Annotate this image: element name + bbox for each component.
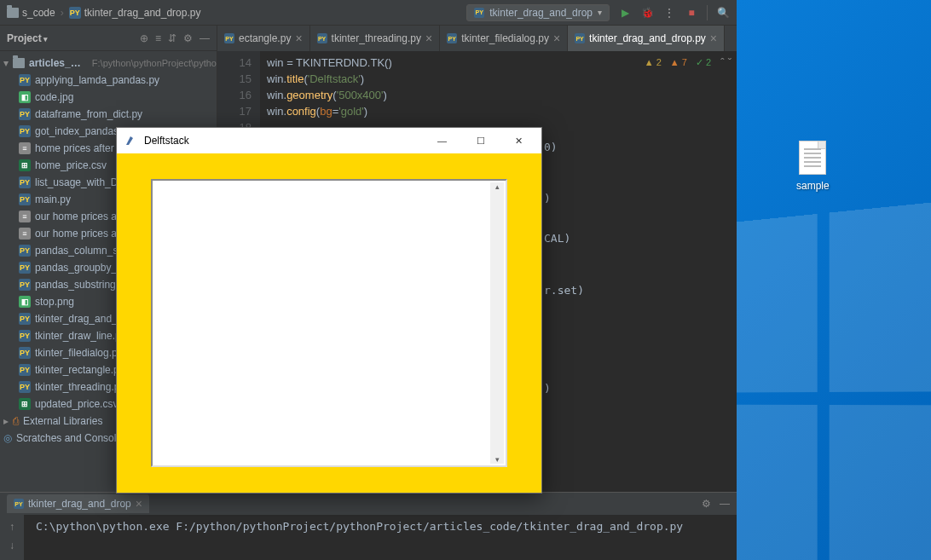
file-label: home_price.csv <box>35 159 107 171</box>
expand-icon[interactable]: ≡ <box>155 32 161 44</box>
search-button[interactable]: 🔍 <box>716 6 730 20</box>
tree-root[interactable]: ▾ articles_code F:\python\pythonProject\… <box>0 55 217 72</box>
file-label: code.jpg <box>35 91 73 103</box>
py-file-icon: PY <box>19 364 31 376</box>
code-fragment: CAL) <box>544 232 570 245</box>
hide-icon[interactable]: — <box>200 32 210 44</box>
hide-icon[interactable]: — <box>720 498 730 510</box>
python-file-icon: PY <box>14 499 24 509</box>
python-file-icon: PY <box>474 8 484 18</box>
py-file-icon: PY <box>19 125 31 137</box>
stop-button[interactable]: ■ <box>685 6 698 20</box>
close-icon[interactable]: × <box>295 32 302 45</box>
editor-tabs: PYectangle.py×PYtkinter_threading.py×PYt… <box>217 26 737 51</box>
scrollbar[interactable] <box>490 182 504 464</box>
txt-file-icon: ≡ <box>19 211 31 222</box>
editor-tab[interactable]: PYtkinter_drag_and_drop.py× <box>568 26 725 51</box>
python-file-icon: PY <box>447 33 457 43</box>
library-icon: ⎙ <box>13 415 19 427</box>
file-label: main.py <box>35 193 71 205</box>
nav-arrows[interactable]: ˆˇ <box>720 55 732 71</box>
py-file-icon: PY <box>19 193 31 205</box>
tkinter-titlebar[interactable]: Delftstack — ☐ ✕ <box>117 128 541 153</box>
locate-icon[interactable]: ⊕ <box>140 32 148 44</box>
file-label: dataframe_from_dict.py <box>35 108 142 120</box>
ide-toolbar: s_code › PYtkinter_drag_and_drop.py PYtk… <box>0 0 737 26</box>
run-panel-header: PY tkinter_drag_and_drop × ⚙ — <box>0 493 737 515</box>
close-icon[interactable]: × <box>553 32 560 45</box>
tree-file[interactable]: PYdataframe_from_dict.py <box>0 106 217 123</box>
tab-label: tkinter_threading.py <box>332 32 421 44</box>
file-label: tkinter_drag_and_dr <box>35 313 126 325</box>
errors-badge[interactable]: ▲ 7 <box>670 55 687 71</box>
close-button[interactable]: ✕ <box>500 128 538 153</box>
tree-file[interactable]: PYapplying_lamda_pandas.py <box>0 72 217 89</box>
tkinter-title: Delftstack <box>144 135 423 147</box>
code-line[interactable]: win.geometry('500x400') <box>267 87 730 103</box>
feather-icon <box>124 134 137 147</box>
file-label: tkinter_filedialog.py <box>35 347 123 359</box>
code-fragment: ) <box>544 192 551 205</box>
tkinter-text-widget[interactable] <box>151 179 507 467</box>
editor-tab[interactable]: PYectangle.py× <box>217 26 310 51</box>
settings-icon[interactable]: ⚙ <box>183 32 193 44</box>
desktop-file-sample[interactable]: sample <box>796 141 830 192</box>
tab-label: tkinter_filedialog.py <box>461 32 549 44</box>
minimize-button[interactable]: — <box>423 128 461 153</box>
document-icon <box>799 141 826 175</box>
run-output[interactable]: C:\python\python.exe F:/python/pythonPro… <box>24 515 737 538</box>
maximize-button[interactable]: ☐ <box>461 128 500 153</box>
run-panel-tools: ⚙ — <box>702 498 730 510</box>
code-annotations[interactable]: ▲ 2 ▲ 7 ✓ 2 <box>645 55 711 71</box>
down-arrow-icon[interactable]: ↓ <box>9 540 14 551</box>
py-file-icon: PY <box>19 262 31 274</box>
python-file-icon: PY <box>69 7 81 19</box>
tree-file[interactable]: ◧code.jpg <box>0 89 217 106</box>
file-label: home prices after 1 <box>35 142 123 154</box>
folder-icon <box>13 58 25 68</box>
csv-file-icon: ⊞ <box>19 159 31 171</box>
code-line[interactable]: win.title('Delftstack') <box>267 71 730 87</box>
tab-label: ectangle.py <box>239 32 291 44</box>
editor-tab[interactable]: PYtkinter_filedialog.py× <box>440 26 568 51</box>
file-label: tkinter_draw_line.py <box>35 330 126 342</box>
run-panel: PY tkinter_drag_and_drop × ⚙ — ↑ ↓ C:\py… <box>0 492 737 560</box>
code-line[interactable]: win.config(bg='gold') <box>267 103 730 119</box>
window-buttons: — ☐ ✕ <box>423 128 538 153</box>
py-file-icon: PY <box>19 176 31 188</box>
editor-tab[interactable]: PYtkinter_threading.py× <box>310 26 441 51</box>
file-label: updated_price.csv <box>35 398 118 410</box>
sidebar-title[interactable]: Project <box>7 32 133 44</box>
close-icon[interactable]: × <box>710 32 717 45</box>
up-arrow-icon[interactable]: ↑ <box>9 521 14 533</box>
debug-button[interactable]: 🐞 <box>640 6 654 20</box>
gear-icon[interactable]: ⚙ <box>702 498 711 510</box>
folder-icon <box>7 8 19 18</box>
breadcrumb-file[interactable]: PYtkinter_drag_and_drop.py <box>69 7 201 19</box>
python-file-icon: PY <box>575 33 585 43</box>
breadcrumb-root[interactable]: s_code <box>7 7 55 19</box>
py-file-icon: PY <box>19 347 31 359</box>
collapse-icon[interactable]: ⇵ <box>168 32 176 44</box>
code-fragment: r.set) <box>544 284 584 297</box>
run-button[interactable]: ▶ <box>618 6 632 20</box>
py-file-icon: PY <box>19 330 31 342</box>
scratches-icon: ◎ <box>3 432 12 444</box>
warnings-badge[interactable]: ▲ 2 <box>645 55 662 71</box>
csv-file-icon: ⊞ <box>19 398 31 410</box>
code-fragment: 0) <box>544 141 558 153</box>
more-run-button[interactable]: ⋮ <box>662 6 676 20</box>
file-label: pandas_column_spl <box>35 245 126 257</box>
py-file-icon: PY <box>19 313 31 325</box>
run-config-selector[interactable]: PYtkinter_drag_and_drop <box>466 4 610 21</box>
ok-badge[interactable]: ✓ 2 <box>696 55 711 71</box>
sidebar-tools: ⊕ ≡ ⇵ ⚙ — <box>140 32 210 44</box>
close-icon[interactable]: × <box>425 32 432 45</box>
breadcrumb-separator: › <box>61 7 64 19</box>
python-file-icon: PY <box>224 33 234 43</box>
toolbar-right: PYtkinter_drag_and_drop ▶ 🐞 ⋮ ■ 🔍 <box>466 4 730 21</box>
tkinter-window[interactable]: Delftstack — ☐ ✕ <box>116 127 542 494</box>
close-icon[interactable]: × <box>136 497 142 511</box>
file-label: our home prices aft <box>35 211 123 222</box>
run-tab[interactable]: PY tkinter_drag_and_drop × <box>7 494 149 513</box>
